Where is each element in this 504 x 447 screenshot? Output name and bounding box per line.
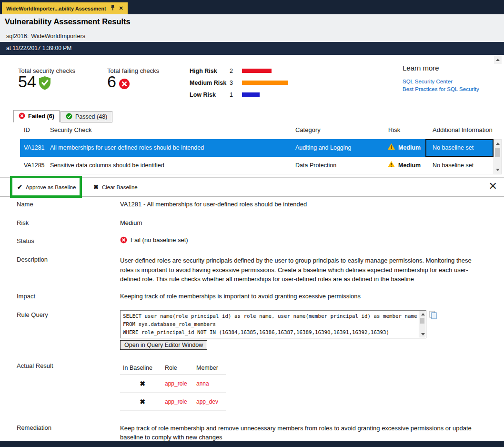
timestamp-bar: at 11/22/2017 1:39:00 PM <box>0 42 504 55</box>
query-scrollbar[interactable] <box>419 311 426 338</box>
detail-label-actual-result: Actual Result <box>17 362 53 369</box>
detail-label-name: Name <box>17 201 33 208</box>
scroll-up-button[interactable] <box>419 311 426 318</box>
tab-passed[interactable]: Passed (48) <box>60 111 112 122</box>
detail-label-status: Status <box>17 237 34 244</box>
result-row: ✖ app_role anna <box>120 375 226 393</box>
row-category: Auditing and Logging <box>295 139 351 157</box>
warning-icon <box>388 139 395 157</box>
risk-bar <box>242 81 288 85</box>
row-risk: Medium <box>388 139 421 157</box>
scroll-thumb[interactable] <box>495 148 500 157</box>
detail-value-risk: Medium <box>120 219 142 226</box>
grid-column-header-additional-information: Additional Information <box>433 126 493 133</box>
learn-more-title: Learn more <box>403 64 439 72</box>
rule-query-box: SELECT user_name(role_principal_id) as r… <box>120 310 426 338</box>
approve-as-baseline-label: Approve as Baseline <box>26 184 76 190</box>
result-role: app_role <box>165 380 196 387</box>
row-risk-text: Medium <box>398 157 421 174</box>
row-id: VA1281 <box>24 139 45 157</box>
result-row: ✖ app_role app_dev <box>120 393 226 411</box>
scroll-up-icon <box>421 313 425 315</box>
row-security-check: Sensitive data columns should be identif… <box>50 157 164 174</box>
risk-row: Medium Risk3 <box>190 77 288 89</box>
scroll-down-button[interactable] <box>419 331 426 338</box>
total-checks-value: 54 <box>18 72 51 91</box>
risk-count: 3 <box>230 80 242 86</box>
grid-scrollbar[interactable] <box>494 139 502 174</box>
remediation-text: Keep track of role membership and remove… <box>120 424 485 442</box>
link-sql-security-center[interactable]: SQL Security Center <box>403 78 479 85</box>
grid-column-header-security-check: Security Check <box>50 126 91 133</box>
document-tab-bar: WideWorldImporter...ability Assessment ✕ <box>0 0 504 14</box>
scroll-down-button[interactable] <box>494 166 501 173</box>
result-table-header: In Baseline Role Member <box>120 361 226 375</box>
result-header-in-baseline: In Baseline <box>120 365 165 371</box>
tab-failed[interactable]: Failed (6) <box>13 110 60 122</box>
risk-row: High Risk2 <box>190 65 288 77</box>
grid-column-header-category: Category <box>295 126 321 133</box>
server-database: sql2016:WideWorldImporters <box>6 33 85 40</box>
tab-failed-label: Failed (6) <box>28 113 54 120</box>
row-risk: Medium <box>388 157 421 174</box>
risk-count: 2 <box>230 68 242 74</box>
detail-label-description: Description <box>17 256 48 263</box>
risk-count: 1 <box>230 91 242 98</box>
scroll-thumb[interactable] <box>420 318 424 324</box>
learn-more-links: SQL Security Center Best Practices for S… <box>403 78 479 93</box>
detail-value-status: Fail (no baseline set) <box>120 236 188 244</box>
grid-row-selected[interactable]: VA1281 All memberships for user-defined … <box>20 139 494 157</box>
result-member: app_dev <box>196 398 226 405</box>
risk-row: Low Risk1 <box>190 89 288 101</box>
document-tab[interactable]: WideWorldImporter...ability Assessment ✕ <box>2 2 128 14</box>
page-title: Vulnerability Assessment Results <box>5 17 131 26</box>
page-scrollbar-up[interactable] <box>494 56 502 64</box>
scroll-up-button[interactable] <box>494 140 501 147</box>
query-line: WHERE role_principal_id NOT IN (16384,16… <box>123 328 417 336</box>
fail-circle-icon <box>119 78 130 91</box>
total-checks-number: 54 <box>18 72 36 91</box>
row-additional-info: No baseline set <box>433 139 474 157</box>
check-icon: ✔ <box>17 183 22 191</box>
risk-legend: High Risk2Medium Risk3Low Risk1 <box>190 65 288 101</box>
cross-icon: ✖ <box>120 398 165 406</box>
fail-icon <box>19 112 25 121</box>
grid-column-header-id: ID <box>24 126 30 133</box>
failing-checks-number: 6 <box>107 72 116 91</box>
risk-label: Low Risk <box>190 91 230 98</box>
row-security-check: All memberships for user-defined roles s… <box>50 139 204 157</box>
query-line: SELECT user_name(role_principal_id) as r… <box>123 312 417 320</box>
server-label: sql2016: <box>6 33 29 40</box>
fail-circle-icon <box>120 236 127 244</box>
grid-row[interactable]: VA1285 Sensitive data columns should be … <box>20 157 494 174</box>
baseline-toolbar: ✔ Approve as Baseline ✖ Clear Baseline ✕ <box>0 177 504 197</box>
grid-header: ID Security Check Category Risk Addition… <box>14 123 494 137</box>
risk-bar <box>242 92 260 97</box>
clear-baseline-label: Clear Baseline <box>102 184 138 190</box>
pin-icon[interactable] <box>110 5 115 11</box>
close-details-button[interactable]: ✕ <box>489 180 497 193</box>
warning-icon <box>388 157 395 174</box>
detail-value-impact: Keeping track of role memberships is imp… <box>120 293 361 300</box>
result-role: app_role <box>165 398 196 405</box>
pass-icon <box>66 113 72 121</box>
risk-bar <box>242 69 272 73</box>
result-member: anna <box>196 380 226 387</box>
result-header-member: Member <box>196 365 226 371</box>
clear-baseline-button[interactable]: ✖ Clear Baseline <box>93 178 138 196</box>
query-line: FROM sys.database_role_members <box>123 320 417 328</box>
copy-icon[interactable] <box>429 311 437 321</box>
risk-label: High Risk <box>190 68 230 74</box>
x-icon: ✖ <box>93 183 99 191</box>
database-name: WideWorldImporters <box>31 33 85 40</box>
scroll-up-icon <box>496 142 500 145</box>
scroll-down-icon <box>421 333 425 335</box>
result-tabs: Failed (6) Passed (48) <box>13 110 112 122</box>
detail-label-remediation: Remediation <box>17 424 51 431</box>
document-tab-label: WideWorldImporter...ability Assessment <box>6 6 106 11</box>
approve-as-baseline-button[interactable]: ✔ Approve as Baseline <box>17 178 76 196</box>
link-best-practices[interactable]: Best Practices for SQL Security <box>403 85 479 93</box>
detail-value-name: VA1281 - All memberships for user-define… <box>120 201 307 208</box>
tab-close-icon[interactable]: ✕ <box>119 6 123 11</box>
open-in-query-editor-button[interactable]: Open in Query Editor Window <box>120 340 207 350</box>
